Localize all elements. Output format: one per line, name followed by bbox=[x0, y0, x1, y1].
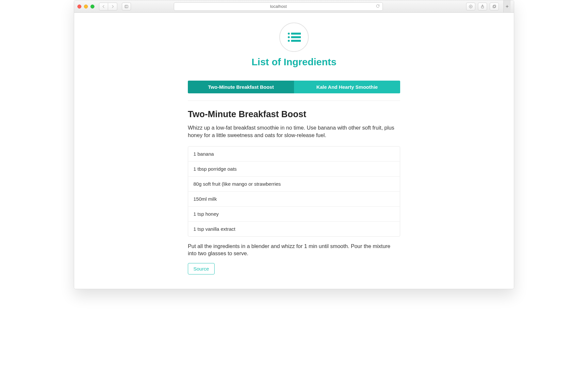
list-item: 80g soft fruit (like mango or strawberri… bbox=[188, 176, 400, 191]
list-item: 1 tbsp porridge oats bbox=[188, 161, 400, 176]
sidebar-toggle-button[interactable] bbox=[122, 3, 131, 10]
source-button-label: Source bbox=[193, 266, 209, 272]
recipe-tabs: Two-Minute Breakfast Boost Kale And Hear… bbox=[188, 81, 400, 93]
svg-point-8 bbox=[288, 40, 290, 42]
list-item: 1 tsp honey bbox=[188, 206, 400, 221]
tab-label: Two-Minute Breakfast Boost bbox=[208, 84, 274, 90]
viewport[interactable]: List of Ingredients Two-Minute Breakfast… bbox=[74, 13, 514, 289]
nav-buttons bbox=[99, 3, 117, 10]
address-bar[interactable]: localhost bbox=[174, 2, 383, 11]
reload-icon bbox=[376, 4, 380, 8]
list-item: 1 tsp vanilla extract bbox=[188, 221, 400, 236]
chevron-left-icon bbox=[101, 4, 106, 9]
reload-button[interactable] bbox=[376, 4, 380, 9]
titlebar: localhost + bbox=[74, 0, 514, 13]
recipe-title: Two-Minute Breakfast Boost bbox=[188, 109, 400, 119]
ingredient-list: 1 banana 1 tbsp porridge oats 80g soft f… bbox=[188, 146, 400, 237]
list-icon bbox=[287, 32, 301, 43]
address-text: localhost bbox=[270, 4, 287, 9]
recipe-lede: Whizz up a low-fat breakfast smoothie in… bbox=[188, 124, 400, 139]
svg-rect-4 bbox=[493, 6, 495, 8]
tab-label: Kale And Hearty Smoothie bbox=[317, 84, 378, 90]
share-button[interactable] bbox=[478, 3, 487, 10]
svg-rect-0 bbox=[125, 5, 128, 8]
divider bbox=[188, 101, 400, 101]
hero: List of Ingredients bbox=[188, 23, 400, 68]
share-icon bbox=[480, 4, 485, 9]
hero-icon-circle bbox=[279, 23, 309, 52]
svg-rect-10 bbox=[291, 36, 301, 38]
back-button[interactable] bbox=[99, 3, 108, 10]
list-item: 1 banana bbox=[188, 147, 400, 161]
sidebar-icon bbox=[124, 4, 129, 9]
svg-rect-11 bbox=[291, 40, 301, 42]
tab-two-minute-breakfast-boost[interactable]: Two-Minute Breakfast Boost bbox=[188, 81, 294, 93]
svg-point-6 bbox=[288, 33, 290, 35]
download-icon bbox=[468, 4, 473, 9]
recipe-method: Put all the ingredients in a blender and… bbox=[188, 242, 400, 257]
page-content: List of Ingredients Two-Minute Breakfast… bbox=[188, 13, 400, 289]
svg-rect-9 bbox=[291, 33, 301, 35]
browser-window: localhost + bbox=[74, 0, 514, 289]
minimize-window-button[interactable] bbox=[84, 5, 88, 8]
window-controls bbox=[77, 5, 94, 8]
forward-button[interactable] bbox=[108, 3, 117, 10]
close-window-button[interactable] bbox=[77, 5, 81, 8]
tabs-icon bbox=[492, 4, 497, 9]
svg-point-7 bbox=[288, 36, 290, 38]
tab-kale-and-hearty-smoothie[interactable]: Kale And Hearty Smoothie bbox=[294, 81, 400, 93]
address-bar-container: localhost bbox=[174, 2, 383, 11]
list-item: 150ml milk bbox=[188, 191, 400, 206]
downloads-button[interactable] bbox=[466, 3, 475, 10]
svg-rect-5 bbox=[494, 5, 496, 7]
new-tab-button[interactable]: + bbox=[503, 0, 511, 12]
chevron-right-icon bbox=[110, 4, 115, 9]
page-title: List of Ingredients bbox=[188, 56, 400, 68]
source-button[interactable]: Source bbox=[188, 263, 215, 274]
toolbar-right bbox=[466, 3, 499, 10]
tabs-button[interactable] bbox=[490, 3, 499, 10]
zoom-window-button[interactable] bbox=[90, 5, 94, 8]
